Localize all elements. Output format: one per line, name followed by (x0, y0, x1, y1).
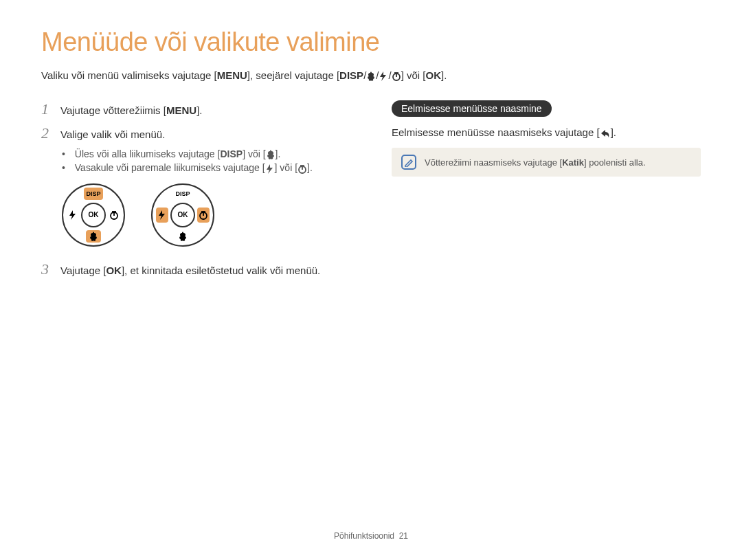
dial-timer-button (197, 208, 210, 223)
step-2-bullets: Üles või alla liikumiseks vajutage [DISP… (62, 148, 364, 174)
note-box: Võtterežiimi naasmiseks vajutage [Katik]… (392, 148, 701, 177)
step-number: 3 (41, 260, 54, 278)
dial-ok-button: OK (170, 203, 195, 227)
bullet-item: Üles või alla liikumiseks vajutage [DISP… (62, 148, 364, 159)
page-footer: Põhifunktsioonid 21 (0, 531, 742, 541)
step-1: 1 Vajutage võtterežiimis [MENU]. (41, 100, 364, 119)
section-pill: Eelmisesse menüüsse naasmine (392, 100, 552, 117)
step-number: 1 (41, 100, 54, 118)
timer-icon (297, 164, 307, 174)
return-instruction: Eelmisesse menüüsse naasmiseks vajutage … (392, 126, 701, 138)
step-number: 2 (41, 124, 54, 142)
dial-timer-button (108, 208, 120, 223)
step-3: 3 Vajutage [OK], et kinnitada esiletõste… (41, 260, 364, 279)
right-column: Eelmisesse menüüsse naasmine Eelmisesse … (392, 100, 701, 284)
macro-icon (266, 150, 276, 159)
dial-macro-button (175, 230, 190, 243)
dial-flash-button (67, 208, 79, 223)
intro-text: Valiku või menüü valimiseks vajutage [ME… (41, 69, 701, 81)
dial-ok-button: OK (81, 203, 106, 227)
note-text: Võtterežiimi naasmiseks vajutage [Katik]… (425, 157, 646, 168)
flash-icon (265, 164, 275, 174)
timer-icon (392, 71, 401, 81)
left-column: 1 Vajutage võtterežiimis [MENU]. 2 Valig… (41, 100, 364, 284)
page-title: Menüüde või valikute valimine (41, 27, 701, 57)
step-2: 2 Valige valik või menüü. (41, 124, 364, 143)
dial-disp-button: DISP (173, 188, 192, 200)
dial-flash-button (156, 208, 168, 223)
back-icon (600, 128, 611, 138)
dial-diagrams: DISP OK DISP OK (62, 183, 364, 247)
bullet-item: Vasakule või paremale liikumiseks vajuta… (62, 162, 364, 173)
dial-macro-button (86, 230, 101, 243)
macro-icon (366, 71, 376, 81)
note-icon (401, 155, 416, 170)
dial-horizontal: DISP OK (151, 183, 214, 247)
dial-disp-button: DISP (84, 188, 103, 200)
dial-vertical: DISP OK (62, 183, 125, 247)
flash-icon (379, 71, 388, 81)
